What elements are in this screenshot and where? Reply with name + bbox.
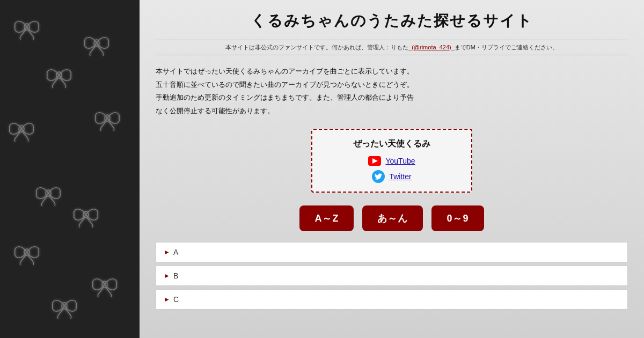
section-list: ► A ► B ► C [156, 242, 628, 310]
twitter-link[interactable]: Twitter [323, 170, 460, 183]
page-title: くるみちゃんのうたみた探せるサイト [156, 11, 628, 31]
svg-point-7 [105, 115, 110, 121]
svg-point-2 [19, 126, 24, 132]
section-b[interactable]: ► B [156, 266, 628, 286]
twitter-icon [372, 170, 385, 183]
admin-notice: 本サイトは非公式のファンサイトです。何かあれば、管理人：りもた_(@rimota… [156, 40, 628, 55]
nav-kana-button[interactable]: あ～ん [362, 205, 423, 231]
section-c[interactable]: ► C [156, 289, 628, 310]
youtube-icon [368, 156, 381, 166]
nav-num-button[interactable]: 0～9 [431, 205, 484, 231]
youtube-label: YouTube [385, 157, 415, 165]
section-a-arrow: ► [164, 248, 170, 256]
svg-point-1 [56, 72, 62, 78]
section-c-arrow: ► [164, 296, 170, 303]
nav-buttons: A～Z あ～ん 0～9 [156, 205, 628, 231]
section-a-label: A [173, 248, 178, 256]
youtube-link[interactable]: YouTube [323, 156, 460, 166]
section-b-label: B [173, 271, 178, 280]
svg-point-6 [94, 40, 99, 46]
main-content: くるみちゃんのうたみた探せるサイト 本サイトは非公式のファンサイトです。何かあれ… [140, 0, 644, 338]
svg-point-3 [46, 190, 51, 196]
svg-point-4 [24, 249, 30, 255]
svg-point-0 [24, 24, 30, 30]
links-box: ぜったい天使くるみ YouTube Twitter [311, 129, 472, 193]
svg-point-9 [102, 281, 107, 288]
admin-link[interactable]: (@rimota_424) [412, 44, 451, 50]
section-b-arrow: ► [164, 272, 170, 280]
twitter-label: Twitter [389, 172, 411, 181]
description-text: 本サイトではぜったい天使くるみちゃんのアーカイブを曲ごとに表示しています。 五十… [156, 65, 628, 118]
svg-point-5 [62, 303, 67, 309]
nav-az-button[interactable]: A～Z [299, 205, 354, 231]
section-c-label: C [173, 295, 179, 304]
links-box-title: ぜったい天使くるみ [323, 138, 460, 150]
section-a[interactable]: ► A [156, 242, 628, 262]
svg-point-8 [83, 211, 89, 218]
